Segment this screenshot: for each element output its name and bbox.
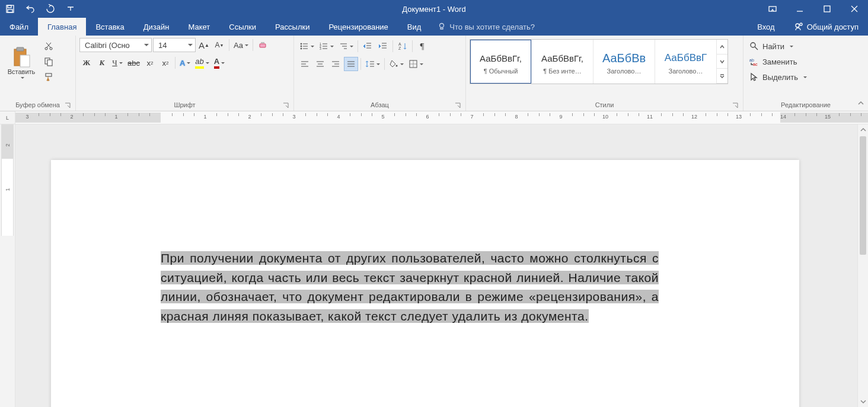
svg-rect-21: [260, 44, 266, 47]
change-case-button[interactable]: Aa: [232, 38, 250, 52]
undo-icon[interactable]: [20, 0, 40, 18]
ruler-bar: L 3211234567891011121314151617: [0, 111, 868, 124]
svg-rect-1: [8, 5, 11, 8]
increase-indent-button[interactable]: [376, 39, 390, 53]
document-body[interactable]: При получении документа от других пользо…: [161, 249, 659, 326]
subscript-button[interactable]: x2: [143, 56, 157, 70]
dialog-launcher-icon[interactable]: [63, 101, 72, 110]
style-heading1[interactable]: АаБбВвЗаголово…: [593, 40, 655, 84]
svg-point-26: [301, 48, 302, 49]
tab-layout[interactable]: Макет: [178, 18, 219, 36]
find-button[interactable]: Найти: [747, 39, 809, 53]
svg-point-65: [751, 43, 755, 47]
svg-line-17: [46, 43, 50, 47]
group-editing: Найти abacЗаменить Выделить Редактирован…: [743, 36, 868, 111]
ribbon-display-icon[interactable]: [759, 0, 786, 18]
signin-link[interactable]: Вход: [748, 18, 784, 36]
clear-formatting-button[interactable]: [256, 38, 270, 52]
shrink-font-button[interactable]: A▼: [212, 38, 226, 52]
copy-button[interactable]: [42, 55, 56, 69]
gallery-down-icon[interactable]: [717, 55, 727, 69]
svg-rect-2: [8, 9, 12, 12]
gallery-up-icon[interactable]: [717, 40, 727, 55]
tab-mailings[interactable]: Рассылки: [266, 18, 319, 36]
style-no-spacing[interactable]: АаБбВвГг,¶ Без инте…: [532, 40, 593, 84]
vertical-ruler[interactable]: 2 1: [0, 124, 15, 407]
styles-gallery: АаБбВвГг,¶ Обычный АаБбВвГг,¶ Без инте… …: [470, 39, 728, 84]
tab-home[interactable]: Главная: [38, 18, 86, 36]
font-size-combo[interactable]: 14: [153, 38, 196, 52]
decrease-indent-button[interactable]: [360, 39, 375, 53]
font-color-button[interactable]: A: [212, 56, 226, 70]
scroll-thumb[interactable]: [860, 136, 866, 255]
redo-icon[interactable]: [40, 0, 60, 18]
align-right-button[interactable]: [328, 57, 343, 71]
save-icon[interactable]: [0, 0, 20, 18]
quick-access-toolbar: [0, 0, 81, 18]
format-painter-button[interactable]: [42, 70, 56, 84]
style-heading2[interactable]: АаБбВвГЗаголово…: [655, 40, 717, 84]
share-button[interactable]: Общий доступ: [784, 18, 868, 36]
page-viewport[interactable]: При получении документа от других пользо…: [15, 124, 857, 407]
gallery-more-icon[interactable]: [717, 69, 727, 84]
highlight-button[interactable]: ab: [193, 56, 210, 70]
dialog-launcher-icon[interactable]: [454, 101, 462, 110]
show-marks-button[interactable]: ¶: [415, 39, 429, 53]
align-left-button[interactable]: [298, 57, 312, 71]
underline-button[interactable]: Ч: [110, 56, 125, 70]
maximize-icon[interactable]: [813, 0, 841, 18]
document-area: 2 1 При получении документа от других по…: [0, 124, 868, 407]
replace-button[interactable]: abacЗаменить: [747, 55, 809, 69]
collapse-ribbon-icon[interactable]: [857, 100, 864, 108]
text-effects-button[interactable]: A: [178, 56, 192, 70]
select-button[interactable]: Выделить: [747, 70, 809, 84]
tab-review[interactable]: Рецензирование: [319, 18, 397, 36]
close-icon[interactable]: [841, 0, 868, 18]
tab-file[interactable]: Файл: [0, 18, 38, 36]
dialog-launcher-icon[interactable]: [282, 101, 290, 110]
share-icon: [794, 22, 803, 31]
tab-selector[interactable]: L: [0, 111, 15, 124]
selected-text[interactable]: При получении документа от других пользо…: [161, 251, 659, 323]
justify-button[interactable]: [344, 57, 358, 71]
grow-font-button[interactable]: A▲: [197, 38, 211, 52]
dialog-launcher-icon[interactable]: [731, 101, 739, 110]
tab-insert[interactable]: Вставка: [86, 18, 133, 36]
borders-icon: [409, 59, 418, 69]
svg-point-10: [800, 23, 802, 25]
line-spacing-button[interactable]: [363, 57, 382, 71]
group-paragraph: 123 AZ ¶ Абзац: [294, 36, 466, 111]
italic-button[interactable]: К: [95, 56, 109, 70]
align-center-button[interactable]: [313, 57, 327, 71]
cursor-icon: [749, 72, 759, 82]
lightbulb-icon: [438, 23, 446, 31]
scroll-up-icon[interactable]: [858, 124, 868, 135]
svg-text:3: 3: [320, 47, 321, 50]
tab-references[interactable]: Ссылки: [219, 18, 266, 36]
tab-view[interactable]: Вид: [398, 18, 431, 36]
minimize-icon[interactable]: [786, 0, 813, 18]
font-name-combo[interactable]: Calibri (Осно: [79, 38, 152, 52]
strikethrough-button[interactable]: abc: [126, 56, 142, 70]
superscript-button[interactable]: x2: [158, 56, 173, 70]
borders-button[interactable]: [407, 57, 425, 71]
horizontal-ruler[interactable]: 3211234567891011121314151617: [15, 111, 868, 124]
cut-button[interactable]: [42, 39, 56, 53]
tab-design[interactable]: Дизайн: [134, 18, 179, 36]
svg-rect-5: [824, 6, 830, 12]
bullets-button[interactable]: [298, 39, 316, 53]
shading-button[interactable]: [387, 57, 406, 71]
replace-icon: abac: [749, 57, 759, 66]
tell-me-search[interactable]: Что вы хотите сделать?: [430, 18, 542, 36]
sort-button[interactable]: AZ: [395, 39, 410, 53]
scroll-down-icon[interactable]: [858, 396, 868, 407]
style-normal[interactable]: АаБбВвГг,¶ Обычный: [470, 40, 532, 84]
paste-button[interactable]: Вставить: [4, 38, 39, 88]
vertical-scrollbar[interactable]: [857, 124, 868, 407]
bold-button[interactable]: Ж: [79, 56, 94, 70]
page: При получении документа от других пользо…: [51, 160, 799, 407]
multilevel-button[interactable]: [337, 39, 355, 53]
qat-customize-icon[interactable]: [60, 0, 81, 18]
window-title: Документ1 - Word: [0, 5, 868, 14]
numbering-button[interactable]: 123: [317, 39, 336, 53]
